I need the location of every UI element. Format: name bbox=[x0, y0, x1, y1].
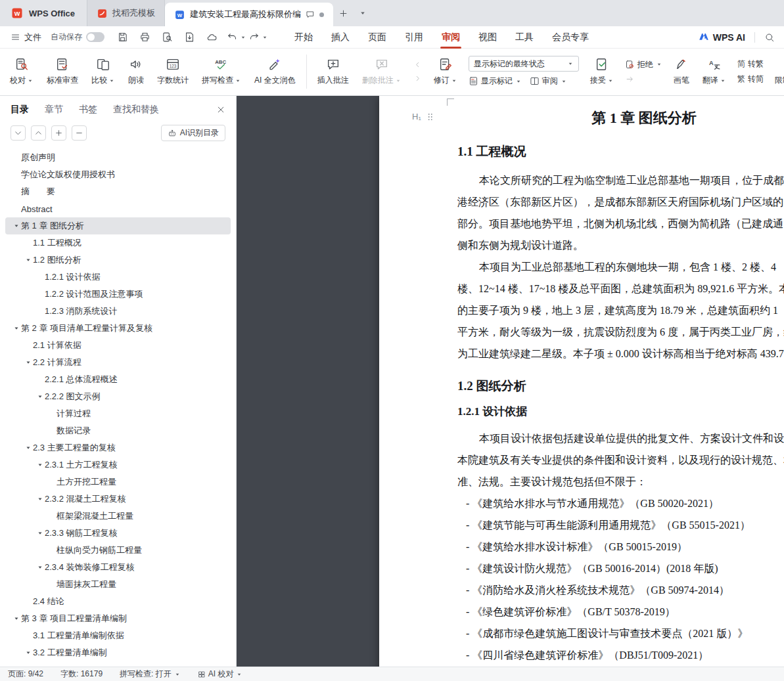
cloud-icon[interactable] bbox=[204, 30, 219, 45]
tab-current-document[interactable]: W 建筑安装工程最高投标限价编 bbox=[165, 3, 333, 26]
menu-tab-1[interactable]: 开始 bbox=[285, 26, 322, 49]
toc-item[interactable]: 土方开挖工程量 bbox=[5, 473, 231, 491]
toc-item[interactable]: 1.2.3 消防系统设计 bbox=[5, 303, 231, 320]
ribbon-button-read-aloud[interactable]: 朗读 bbox=[124, 55, 149, 88]
sidebar-tab-3[interactable]: 书签 bbox=[79, 104, 97, 116]
toc-item[interactable]: 数据记录 bbox=[5, 422, 231, 439]
ribbon-mini-next-change[interactable] bbox=[625, 74, 662, 84]
menu-tab-4[interactable]: 引用 bbox=[396, 26, 432, 49]
ribbon-mini-reject[interactable]: 拒绝 bbox=[625, 59, 662, 70]
ribbon-mini-next-comment[interactable] bbox=[413, 74, 423, 83]
toc-item[interactable]: 计算过程 bbox=[5, 405, 231, 422]
menu-tab-3[interactable]: 页面 bbox=[359, 26, 396, 49]
toc-item[interactable]: Abstract bbox=[5, 200, 231, 217]
ribbon-mini-convert[interactable]: 繁转简 bbox=[737, 74, 764, 85]
toc-item[interactable]: 1.2.2 设计范围及注意事项 bbox=[5, 286, 231, 303]
comment-badge-icon[interactable] bbox=[306, 10, 315, 19]
toc-collapse-caret-icon[interactable] bbox=[12, 221, 21, 231]
toc-item[interactable]: 第 3 章 项目工程量清单编制 bbox=[5, 610, 231, 627]
menu-tab-8[interactable]: 会员专享 bbox=[543, 26, 598, 49]
print-preview-icon[interactable] bbox=[160, 30, 174, 45]
search-icon[interactable] bbox=[764, 32, 775, 43]
toc-item[interactable]: 第 2 章 项目清单工程量计算及复核 bbox=[5, 320, 231, 337]
toc-collapse-caret-icon[interactable] bbox=[24, 358, 33, 367]
toc-item[interactable]: 3.1 工程量清单编制依据 bbox=[5, 627, 231, 644]
tab-list-button[interactable] bbox=[353, 0, 373, 26]
toc-item[interactable]: 2.2.2 图文示例 bbox=[5, 388, 231, 405]
redo-button[interactable] bbox=[248, 32, 260, 43]
ribbon-button-ai-polish[interactable]: AI 全文润色 bbox=[250, 55, 300, 88]
sidebar-tab-2[interactable]: 章节 bbox=[45, 104, 63, 116]
sidebar-close-icon[interactable] bbox=[216, 105, 225, 114]
ai-recognize-toc-button[interactable]: AI识别目录 bbox=[161, 125, 225, 141]
ribbon-mini-convert[interactable]: 简转繁 bbox=[737, 58, 764, 70]
toc-collapse-caret-icon[interactable] bbox=[12, 614, 21, 623]
ribbon-button-word-count[interactable]: 123字数统计 bbox=[152, 55, 193, 88]
ribbon-button-ink-pen[interactable]: 画笔 bbox=[669, 55, 694, 88]
file-menu-button[interactable]: 文件 bbox=[7, 32, 45, 43]
toc-item[interactable]: 3.2 工程量清单编制 bbox=[5, 644, 231, 661]
toc-collapse-button[interactable] bbox=[72, 125, 87, 141]
ribbon-button-restrict-edit[interactable]: 限制编辑 bbox=[770, 55, 784, 88]
undo-dropdown-caret[interactable] bbox=[240, 34, 246, 41]
undo-button[interactable] bbox=[227, 32, 238, 43]
ribbon-button-track-changes[interactable]: 修订 bbox=[429, 55, 462, 88]
tab-docer-templates[interactable]: 找稻壳模板 bbox=[87, 0, 165, 26]
status-page-number[interactable]: 页面: 9/42 bbox=[8, 669, 43, 680]
drag-handle-icon[interactable] bbox=[426, 112, 435, 121]
markup-state-combobox[interactable]: 显示标记的最终状态 bbox=[469, 56, 579, 72]
ribbon-button-proofread[interactable]: 校对 bbox=[5, 55, 38, 88]
toc-item[interactable]: 柱纵向受力钢筋工程量 bbox=[5, 542, 231, 559]
toc-chevron-up-button[interactable] bbox=[31, 125, 46, 141]
sidebar-tab-4[interactable]: 查找和替换 bbox=[113, 104, 159, 116]
sidebar-tab-1[interactable]: 目录 bbox=[11, 104, 29, 116]
save-icon[interactable] bbox=[115, 30, 129, 45]
toc-item[interactable]: 1.1 工程概况 bbox=[5, 234, 231, 252]
toc-item[interactable]: 摘 要 bbox=[5, 183, 231, 200]
toc-item[interactable]: 2.3.1 土方工程复核 bbox=[5, 456, 231, 473]
toc-collapse-caret-icon[interactable] bbox=[35, 494, 45, 504]
toc-item[interactable]: 2.3.4 装饰装修工程复核 bbox=[5, 559, 231, 576]
new-tab-button[interactable] bbox=[333, 0, 353, 26]
toc-chevron-down-button[interactable] bbox=[11, 125, 26, 141]
toc-item[interactable]: 第 1 章 图纸分析 bbox=[5, 217, 231, 234]
toc-item[interactable]: 学位论文版权使用授权书 bbox=[5, 166, 231, 183]
wps-ai-button[interactable]: WPS AI bbox=[698, 32, 745, 43]
toc-item[interactable]: 2.1 计算依据 bbox=[5, 337, 231, 354]
menu-tab-6[interactable]: 视图 bbox=[469, 26, 506, 49]
toc-item[interactable]: 框架梁混凝土工程量 bbox=[5, 508, 231, 525]
toc-item[interactable]: 2.2 计算流程 bbox=[5, 354, 231, 371]
toc-collapse-caret-icon[interactable] bbox=[35, 392, 45, 401]
toc-item[interactable]: 2.3 主要工程量的复核 bbox=[5, 439, 231, 456]
toc-item[interactable]: 2.2.1 总体流程概述 bbox=[5, 371, 231, 388]
toc-item[interactable]: 1.2.1 设计依据 bbox=[5, 269, 231, 286]
status-ai-proofread[interactable]: AI 校对 bbox=[198, 669, 243, 680]
menu-tab-2[interactable]: 插入 bbox=[322, 26, 359, 49]
toc-collapse-caret-icon[interactable] bbox=[35, 529, 45, 538]
ribbon-button-translate[interactable]: A翻译 bbox=[698, 55, 731, 88]
ribbon-button-compare[interactable]: 比较 bbox=[87, 55, 120, 88]
toc-collapse-caret-icon[interactable] bbox=[12, 324, 21, 333]
ribbon-mini-show-markup[interactable]: 显示标记 bbox=[469, 76, 522, 87]
toc-item[interactable]: 1.2 图纸分析 bbox=[5, 252, 231, 269]
document-page[interactable]: H₁ 第 1 章 图纸分析1.1 工程概况本论文所研究的工程为临空制造工业总部基… bbox=[379, 96, 784, 667]
ribbon-mini-review-pane[interactable]: 审阅 bbox=[530, 76, 567, 87]
toc-item[interactable]: 2.4 结论 bbox=[5, 593, 231, 610]
ribbon-button-delete-comment[interactable]: 删除批注 bbox=[357, 55, 406, 88]
toc-collapse-caret-icon[interactable] bbox=[24, 443, 33, 452]
ribbon-button-spell-check[interactable]: ABC拼写检查 bbox=[197, 55, 246, 88]
ribbon-mini-prev-comment[interactable] bbox=[413, 60, 423, 70]
redo-dropdown-caret[interactable] bbox=[262, 34, 268, 41]
status-spellcheck[interactable]: 拼写检查: 打开 bbox=[120, 669, 181, 680]
menu-tab-5[interactable]: 审阅 bbox=[432, 26, 469, 49]
status-word-count[interactable]: 字数: 16179 bbox=[60, 669, 103, 680]
toc-item[interactable]: 原创声明 bbox=[5, 149, 231, 166]
menu-tab-7[interactable]: 工具 bbox=[506, 26, 543, 49]
ribbon-button-insert-comment[interactable]: 插入批注 bbox=[313, 55, 354, 88]
toc-expand-button[interactable] bbox=[51, 125, 66, 141]
ribbon-button-standard-check[interactable]: 标准审查 bbox=[42, 55, 83, 88]
toc-collapse-caret-icon[interactable] bbox=[35, 563, 45, 572]
export-pdf-icon[interactable] bbox=[182, 30, 196, 45]
toc-item[interactable]: 2.3.2 混凝土工程复核 bbox=[5, 491, 231, 508]
ribbon-button-accept[interactable]: 接受 bbox=[586, 55, 618, 88]
